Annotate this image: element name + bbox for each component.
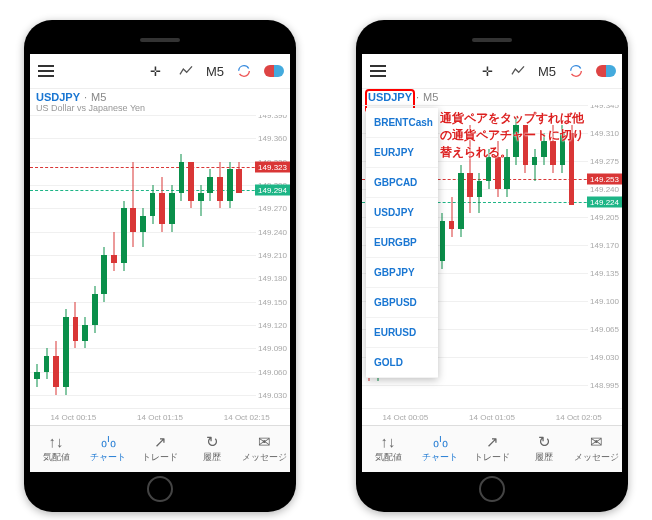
- symlist-item[interactable]: BRENTCash: [366, 108, 438, 138]
- tab-2[interactable]: ↗トレード: [466, 426, 518, 472]
- timeframe-button[interactable]: M5: [206, 64, 224, 79]
- crosshair-icon[interactable]: ✛: [146, 61, 166, 81]
- indicator-icon[interactable]: [508, 61, 528, 81]
- tab-0[interactable]: ↑↓気配値: [30, 426, 82, 472]
- phone-right: ✛ M5 USDJPY·M5 149.345149.310149.275149.…: [356, 20, 628, 512]
- timeframe-button[interactable]: M5: [538, 64, 556, 79]
- symbol-label: USDJPY: [36, 91, 80, 103]
- symlist-item[interactable]: USDJPY: [366, 198, 438, 228]
- x-axis: 14 Oct 00:0514 Oct 01:0514 Oct 02:05: [362, 408, 622, 425]
- tab-4[interactable]: ✉メッセージ: [570, 426, 622, 472]
- symbol-dropdown: BRENTCashEURJPYGBPCADUSDJPYEURGBPGBPJPYG…: [366, 108, 438, 378]
- tab-1[interactable]: ₀ᴵ₀チャート: [82, 426, 134, 472]
- symlist-item[interactable]: EURJPY: [366, 138, 438, 168]
- menu-icon[interactable]: [368, 61, 388, 81]
- bottom-tabs: ↑↓気配値₀ᴵ₀チャート↗トレード↻履歴✉メッセージ: [362, 425, 622, 472]
- symlist-item[interactable]: GBPCAD: [366, 168, 438, 198]
- tab-3[interactable]: ↻履歴: [518, 426, 570, 472]
- annotation-text: 通貨ペアをタップすれば他の通貨ペアチャートに切り替えられる。: [440, 110, 584, 160]
- menu-icon[interactable]: [36, 61, 56, 81]
- tab-4[interactable]: ✉メッセージ: [238, 426, 290, 472]
- screen-right: ✛ M5 USDJPY·M5 149.345149.310149.275149.…: [362, 54, 622, 472]
- symbol-label: USDJPY: [368, 91, 412, 103]
- crosshair-icon[interactable]: ✛: [478, 61, 498, 81]
- symlist-item[interactable]: GBPJPY: [366, 258, 438, 288]
- symbol-header[interactable]: USDJPY·M5: [362, 89, 622, 105]
- symlist-item[interactable]: EURUSD: [366, 318, 438, 348]
- tab-0[interactable]: ↑↓気配値: [362, 426, 414, 472]
- trade-icon[interactable]: [264, 61, 284, 81]
- symbol-header[interactable]: USDJPY·M5 US Dollar vs Japanese Yen: [30, 89, 290, 115]
- symbol-desc: US Dollar vs Japanese Yen: [36, 103, 284, 113]
- trade-icon[interactable]: [596, 61, 616, 81]
- indicator-icon[interactable]: [176, 61, 196, 81]
- chart-area-left[interactable]: 149.390149.360149.330149.300149.270149.2…: [30, 115, 290, 408]
- toolbar: ✛ M5: [362, 54, 622, 89]
- x-axis: 14 Oct 00:1514 Oct 01:1514 Oct 02:15: [30, 408, 290, 425]
- bottom-tabs: ↑↓気配値₀ᴵ₀チャート↗トレード↻履歴✉メッセージ: [30, 425, 290, 472]
- symlist-item[interactable]: GOLD: [366, 348, 438, 378]
- screen-left: ✛ M5 USDJPY·M5 US Dollar vs Japanese Yen…: [30, 54, 290, 472]
- symlist-item[interactable]: GBPUSD: [366, 288, 438, 318]
- tab-2[interactable]: ↗トレード: [134, 426, 186, 472]
- refresh-icon[interactable]: [566, 61, 586, 81]
- tab-3[interactable]: ↻履歴: [186, 426, 238, 472]
- refresh-icon[interactable]: [234, 61, 254, 81]
- symlist-item[interactable]: EURGBP: [366, 228, 438, 258]
- toolbar: ✛ M5: [30, 54, 290, 89]
- phone-left: ✛ M5 USDJPY·M5 US Dollar vs Japanese Yen…: [24, 20, 296, 512]
- tab-1[interactable]: ₀ᴵ₀チャート: [414, 426, 466, 472]
